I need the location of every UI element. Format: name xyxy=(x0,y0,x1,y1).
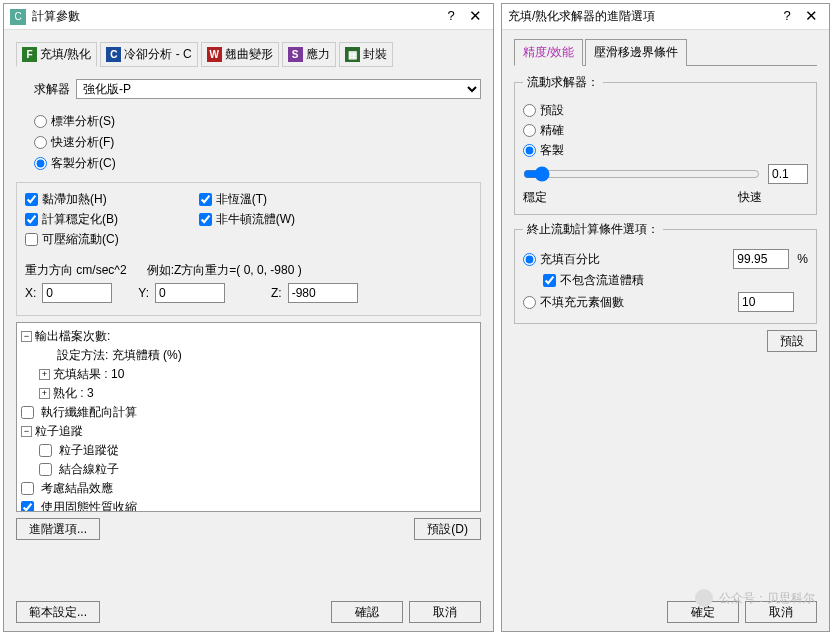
tree-particle-from[interactable]: 粒子追蹤從 xyxy=(59,442,119,459)
percent-unit: % xyxy=(797,252,808,266)
expand-icon[interactable]: + xyxy=(39,369,50,380)
tab-stress[interactable]: S應力 xyxy=(282,42,336,67)
close-button[interactable]: ✕ xyxy=(463,7,487,27)
solver-label: 求解器 xyxy=(16,81,70,98)
slider-stable-label: 穩定 xyxy=(523,189,547,206)
gravity-example: 例如:Z方向重力=( 0, 0, -980 ) xyxy=(147,262,302,279)
tab-warp[interactable]: W翹曲變形 xyxy=(201,42,279,67)
fill-percent-input[interactable] xyxy=(733,249,789,269)
template-button[interactable]: 範本設定... xyxy=(16,601,100,623)
radio-unfilled-count[interactable]: 不填充元素個數 xyxy=(523,294,624,311)
expand-icon[interactable]: − xyxy=(21,426,32,437)
calc-params-dialog: C 計算參數 ? ✕ F充填/熟化 C冷卻分析 - C W翹曲變形 S應力 ▦封… xyxy=(3,3,494,632)
tree-check-solid[interactable] xyxy=(21,501,34,512)
solver-select[interactable]: 強化版-P xyxy=(76,79,481,99)
tab-accuracy[interactable]: 精度/效能 xyxy=(514,39,583,66)
tree-check-particle-from[interactable] xyxy=(39,444,52,457)
help-button[interactable]: ? xyxy=(775,7,799,27)
app-icon: C xyxy=(10,9,26,25)
adv-tabs: 精度/效能 壓滑移邊界條件 xyxy=(514,38,817,66)
check-compressible[interactable]: 可壓縮流動(C) xyxy=(25,231,119,248)
title: 計算參數 xyxy=(32,8,439,25)
ok-button[interactable]: 確認 xyxy=(331,601,403,623)
tab-icon-w: W xyxy=(207,47,222,62)
gravity-x-input[interactable] xyxy=(42,283,112,303)
advanced-button[interactable]: 進階選項... xyxy=(16,518,100,540)
flow-solver-legend: 流動求解器： xyxy=(523,74,603,91)
options-tree[interactable]: −輸出檔案次數: 設定方法: 充填體積 (%) +充填結果 : 10 +熟化 :… xyxy=(16,322,481,512)
tree-method[interactable]: 設定方法: 充填體積 (%) xyxy=(57,347,182,364)
check-stabilize[interactable]: 計算穩定化(B) xyxy=(25,211,119,228)
radio-custom[interactable]: 客製分析(C) xyxy=(34,155,116,172)
tree-check-crystal[interactable] xyxy=(21,482,34,495)
speed-slider[interactable] xyxy=(523,166,760,182)
check-exclude-runner[interactable]: 不包含流道體積 xyxy=(543,272,644,289)
tree-fiber[interactable]: 執行纖維配向計算 xyxy=(41,404,137,421)
tree-output-count[interactable]: 輸出檔案次數: xyxy=(35,328,110,345)
tree-weldline[interactable]: 結合線粒子 xyxy=(59,461,119,478)
speed-value-input[interactable] xyxy=(768,164,808,184)
radio-standard[interactable]: 標準分析(S) xyxy=(34,113,115,130)
titlebar: 充填/熟化求解器的進階選項 ? ✕ xyxy=(502,4,829,30)
tree-fill-result[interactable]: 充填結果 : 10 xyxy=(53,366,124,383)
x-label: X: xyxy=(25,286,36,300)
stop-condition-group: 終止流動計算條件選項： 充填百分比 % 不包含流道體積 不填充元素個數 xyxy=(514,221,817,324)
tab-fill-cure[interactable]: F充填/熟化 xyxy=(16,42,97,67)
radio-fill-percent[interactable]: 充填百分比 xyxy=(523,251,600,268)
default-button[interactable]: 預設 xyxy=(767,330,817,352)
y-label: Y: xyxy=(138,286,149,300)
custom-options-group: 黏滯加熱(H) 計算穩定化(B) 可壓縮流動(C) 非恆溫(T) 非牛頓流體(W… xyxy=(16,182,481,316)
tab-wallslip[interactable]: 壓滑移邊界條件 xyxy=(585,39,687,66)
radio-custom[interactable]: 客製 xyxy=(523,142,564,159)
default-button[interactable]: 預設(D) xyxy=(414,518,481,540)
cancel-button[interactable]: 取消 xyxy=(409,601,481,623)
expand-icon[interactable]: − xyxy=(21,331,32,342)
stop-condition-legend: 終止流動計算條件選項： xyxy=(523,221,663,238)
titlebar: C 計算參數 ? ✕ xyxy=(4,4,493,30)
radio-fast[interactable]: 快速分析(F) xyxy=(34,134,114,151)
radio-default[interactable]: 預設 xyxy=(523,102,564,119)
check-viscous-heat[interactable]: 黏滯加熱(H) xyxy=(25,191,119,208)
help-button[interactable]: ? xyxy=(439,7,463,27)
check-non-newtonian[interactable]: 非牛頓流體(W) xyxy=(199,211,295,228)
tree-crystal[interactable]: 考慮結晶效應 xyxy=(41,480,113,497)
z-label: Z: xyxy=(271,286,282,300)
tab-icon-f: F xyxy=(22,47,37,62)
title: 充填/熟化求解器的進階選項 xyxy=(508,8,775,25)
tree-check-weldline[interactable] xyxy=(39,463,52,476)
unfilled-count-input[interactable] xyxy=(738,292,794,312)
tab-package[interactable]: ▦封裝 xyxy=(339,42,393,67)
tab-icon-c: C xyxy=(106,47,121,62)
tab-icon-p: ▦ xyxy=(345,47,360,62)
tab-cooling[interactable]: C冷卻分析 - C xyxy=(100,42,197,67)
gravity-y-input[interactable] xyxy=(155,283,225,303)
advanced-options-dialog: 充填/熟化求解器的進階選項 ? ✕ 精度/效能 壓滑移邊界條件 流動求解器： 預… xyxy=(501,3,830,632)
expand-icon[interactable]: + xyxy=(39,388,50,399)
wechat-icon xyxy=(695,589,713,607)
close-button[interactable]: ✕ xyxy=(799,7,823,27)
watermark: 公众号：贝思科尔 xyxy=(695,589,815,607)
tree-particle[interactable]: 粒子追蹤 xyxy=(35,423,83,440)
slider-fast-label: 快速 xyxy=(738,189,762,206)
gravity-z-input[interactable] xyxy=(288,283,358,303)
tree-cure[interactable]: 熟化 : 3 xyxy=(53,385,94,402)
tree-solid[interactable]: 使用固態性質收縮 xyxy=(41,499,137,512)
main-tabs: F充填/熟化 C冷卻分析 - C W翹曲變形 S應力 ▦封裝 xyxy=(16,38,481,71)
gravity-label: 重力方向 cm/sec^2 xyxy=(25,262,127,279)
radio-accurate[interactable]: 精確 xyxy=(523,122,564,139)
flow-solver-group: 流動求解器： 預設 精確 客製 穩定 快速 xyxy=(514,74,817,215)
check-non-isothermal[interactable]: 非恆溫(T) xyxy=(199,191,295,208)
tab-icon-s: S xyxy=(288,47,303,62)
tree-check-fiber[interactable] xyxy=(21,406,34,419)
